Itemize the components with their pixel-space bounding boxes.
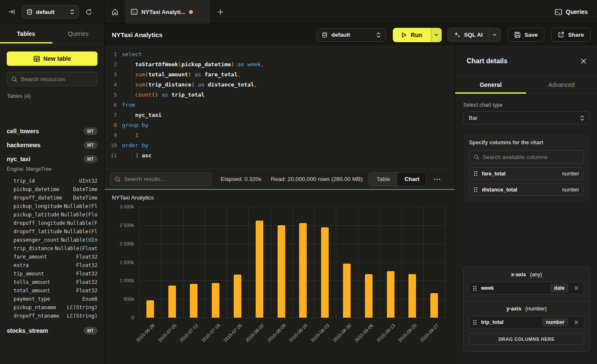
table-column-row: pickup_datetimeDateTime xyxy=(14,185,97,194)
table-column-row: trip_distanceNullable(Float xyxy=(14,244,97,253)
bar-2015-06-28[interactable] xyxy=(146,300,154,318)
tab-title: NYTaxi Analyti... xyxy=(141,9,185,15)
bar-2015-09-06[interactable] xyxy=(365,274,373,318)
drag-handle-icon[interactable] xyxy=(473,286,477,291)
line-number: 7 xyxy=(105,110,117,120)
column-type: Float32 xyxy=(76,271,97,277)
details-header: Chart details xyxy=(455,46,597,76)
available-column-fare_total[interactable]: fare_totalnumber xyxy=(469,167,584,180)
view-toggle-chart[interactable]: Chart xyxy=(397,173,426,186)
sidebar-tab-queries[interactable]: Queries xyxy=(52,24,105,43)
sidebar-table-nyc-taxi[interactable]: nyc_taxi MT xyxy=(7,154,97,164)
x-axis-hint: (any) xyxy=(530,272,542,278)
bar-2015-07-19[interactable] xyxy=(212,283,219,318)
table-column-row: extraFloat32 xyxy=(14,261,97,270)
refresh-icon[interactable] xyxy=(82,5,95,18)
column-name: extra xyxy=(14,262,29,268)
chart-type-select[interactable]: Bar xyxy=(463,111,590,124)
tab-general[interactable]: General xyxy=(455,76,526,93)
x-axis-column-row[interactable]: week date xyxy=(469,282,584,294)
column-type: Nullable(Flo xyxy=(61,212,97,218)
results-toolbar: Elapsed: 0.320s Read: 20,000,000 rows (2… xyxy=(105,169,455,190)
column-type: Nullable(Float xyxy=(55,245,97,251)
bar-2015-08-16[interactable] xyxy=(299,223,307,318)
bar-2015-09-20[interactable] xyxy=(408,274,416,318)
y-axis-tick-label: 2 000k xyxy=(110,241,139,246)
y-axis-column-name: trip_total xyxy=(481,319,538,325)
run-button[interactable]: Run xyxy=(393,28,441,42)
available-column-distance_total[interactable]: distance_totalnumber xyxy=(469,183,584,196)
run-options-caret[interactable] xyxy=(431,28,442,42)
remove-x-column-icon[interactable] xyxy=(573,284,580,292)
bar-2015-08-23[interactable] xyxy=(321,227,329,318)
engine-badge: MT xyxy=(84,127,97,135)
close-icon[interactable] xyxy=(578,56,589,66)
sql-editor[interactable]: 1select2 toStartOfWeek(pickup_datetime) … xyxy=(105,46,455,169)
results-search-input[interactable] xyxy=(124,176,207,182)
drag-columns-dropzone[interactable]: DRAG COLUMNS HERE xyxy=(469,333,584,345)
bar-2015-09-27[interactable] xyxy=(430,293,438,318)
queries-button[interactable]: Queries xyxy=(555,0,588,24)
bar-2015-07-26[interactable] xyxy=(234,275,241,318)
toolbar-database-selector[interactable]: default xyxy=(316,28,386,42)
column-type: Float32 xyxy=(76,279,97,285)
gridline xyxy=(380,207,380,318)
columns-search-input[interactable] xyxy=(483,154,579,160)
column-name: dropoff_latitude xyxy=(14,229,62,235)
bar-2015-08-02[interactable] xyxy=(256,221,263,318)
sidebar-search xyxy=(7,72,97,86)
y-axis-tick-label: 2 500k xyxy=(110,223,139,228)
bar-2015-09-13[interactable] xyxy=(387,271,394,318)
tab-nytaxi-analytics[interactable]: NYTaxi Analyti... xyxy=(125,0,210,24)
bar-2015-07-12[interactable] xyxy=(190,284,197,318)
code-line: 7 nyc_taxi xyxy=(105,110,455,120)
drag-handle-icon[interactable] xyxy=(473,320,477,325)
column-type: LC(String) xyxy=(67,305,97,310)
sidebar-table-hackernews[interactable]: hackernews MT xyxy=(7,140,97,150)
sidebar-search-input[interactable] xyxy=(21,76,93,82)
sql-ai-caret[interactable] xyxy=(489,28,500,41)
home-button[interactable] xyxy=(105,0,125,24)
bar-2015-08-30[interactable] xyxy=(343,264,351,318)
available-column-type: number xyxy=(562,187,579,193)
new-tab-button[interactable] xyxy=(210,0,230,24)
tab-advanced[interactable]: Advanced xyxy=(526,76,597,93)
column-name: pickup_longitude xyxy=(14,203,62,209)
sidebar-table-cell-towers[interactable]: cell_towers MT xyxy=(7,126,97,136)
save-label: Save xyxy=(524,32,538,38)
run-button-main[interactable]: Run xyxy=(393,28,430,42)
line-number: 2 xyxy=(105,59,117,70)
sidebar-tab-tables[interactable]: Tables xyxy=(0,24,52,43)
table-column-row: dropoff_latitudeNullable(Fl xyxy=(14,227,97,236)
drag-handle-icon[interactable] xyxy=(474,171,478,176)
bar-2015-07-05[interactable] xyxy=(168,286,176,318)
code-line: 2 toStartOfWeek(pickup_datetime) as week… xyxy=(105,59,455,70)
y-axis-section: y-axis (number) trip_total number DRAG C… xyxy=(464,301,589,351)
view-toggle-table[interactable]: Table xyxy=(369,173,397,186)
database-icon xyxy=(27,9,32,15)
share-icon xyxy=(558,32,564,38)
save-button[interactable]: Save xyxy=(508,28,545,42)
code-line: 3 sum(total_amount) as fare_total, xyxy=(105,70,455,80)
gridline xyxy=(292,207,293,318)
remove-y-column-icon[interactable] xyxy=(573,318,580,326)
table-column-row: pickup_longitudeNullable(Fl xyxy=(14,202,97,210)
bar-2015-08-09[interactable] xyxy=(278,225,285,318)
drag-handle-icon[interactable] xyxy=(474,187,478,192)
y-axis-column-row[interactable]: trip_total number xyxy=(469,316,584,329)
sidebar-table-stocks-stream[interactable]: stocks_stream MT xyxy=(7,326,97,336)
share-button[interactable]: Share xyxy=(551,28,591,42)
sql-ai-main[interactable]: SQL AI xyxy=(448,28,489,41)
code-line: 5 count() as trip_total xyxy=(105,90,455,100)
line-number: 11 xyxy=(105,151,117,161)
database-selector[interactable]: default xyxy=(22,5,79,19)
new-table-button[interactable]: New table xyxy=(7,51,97,66)
collapse-sidebar-icon[interactable] xyxy=(5,5,19,19)
table-column-row: tip_amountFloat32 xyxy=(14,270,97,278)
gridline xyxy=(358,207,358,318)
sql-ai-button[interactable]: SQL AI xyxy=(448,28,501,42)
table-column-row: dropoff_datetimeDateTime xyxy=(14,194,97,202)
column-name: dropoff_datetime xyxy=(14,195,62,201)
axis-configuration-card: x-axis (any) week date y-axis (number) t… xyxy=(463,267,590,352)
more-options-icon[interactable] xyxy=(432,174,443,185)
